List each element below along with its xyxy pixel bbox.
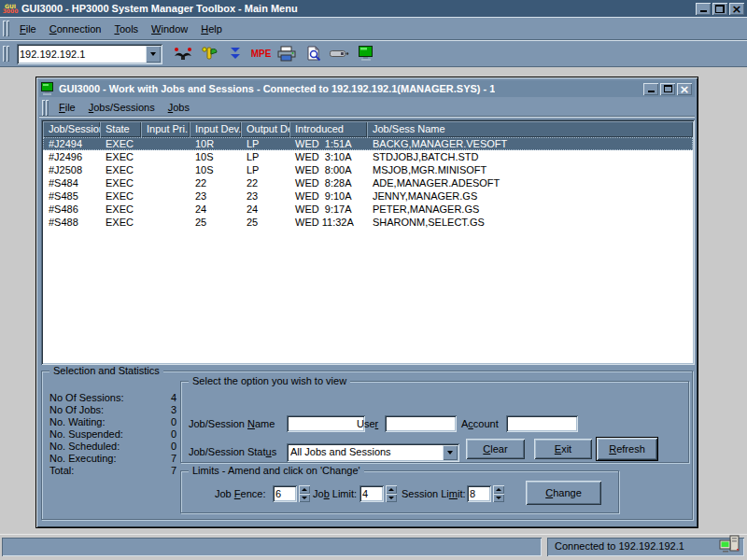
- print-icon[interactable]: [275, 43, 299, 65]
- find-document-icon[interactable]: [302, 43, 325, 65]
- table-cell: WED 9:10A: [289, 189, 367, 203]
- table-cell: JENNY,MANAGER.GS: [367, 189, 693, 203]
- table-row[interactable]: #J2496EXEC10SLPWED 3:10ASTDJOBJ,BATCH.ST…: [43, 150, 693, 163]
- statistic-row: No Of Jobs:3: [49, 404, 176, 416]
- table-row[interactable]: #S485EXEC2323WED 9:10AJENNY,MANAGER.GS: [43, 189, 693, 203]
- address-dropdown-button[interactable]: [146, 46, 161, 63]
- child-close-button[interactable]: ×: [677, 83, 692, 95]
- limits-group-label: Limits - Amend and click on 'Change': [189, 465, 364, 476]
- menubar-grip[interactable]: [7, 21, 9, 36]
- menu-window[interactable]: Window: [145, 21, 194, 37]
- child-menu-jobs[interactable]: Jobs: [162, 99, 196, 116]
- connect-icon[interactable]: [197, 43, 220, 65]
- session-limit-input[interactable]: [467, 485, 491, 502]
- spin-up-button[interactable]: [386, 485, 397, 494]
- account-input[interactable]: [506, 415, 578, 432]
- change-button[interactable]: Change: [526, 481, 601, 505]
- statistics-groupbox: Selection and Statistics No Of Sessions:…: [41, 371, 693, 520]
- restore-button[interactable]: [712, 3, 727, 15]
- child-menubar-grip[interactable]: [42, 100, 45, 116]
- modem-icon[interactable]: [328, 43, 351, 65]
- statistic-label: Total:: [49, 465, 160, 477]
- clear-button[interactable]: Clear: [466, 439, 525, 459]
- address-input[interactable]: [20, 47, 145, 62]
- spin-down-icon: [302, 497, 307, 499]
- table-cell: 10R: [190, 137, 241, 150]
- minimize-button[interactable]: [696, 3, 711, 15]
- table-cell: [141, 137, 190, 150]
- address-combobox[interactable]: [17, 44, 162, 64]
- console-icon[interactable]: [354, 43, 377, 65]
- column-header-job-sess-name[interactable]: Job/Sess Name: [367, 121, 693, 137]
- menu-file[interactable]: File: [13, 21, 43, 37]
- menu-tools[interactable]: Tools: [107, 21, 145, 37]
- column-header-job-session[interactable]: Job/Session: [43, 121, 100, 137]
- child-maximize-button[interactable]: [660, 83, 675, 95]
- job-limit-input[interactable]: [359, 485, 384, 502]
- child-minimize-button[interactable]: [643, 83, 658, 95]
- jobs-sessions-table[interactable]: Job/SessionStateInput Pri.Input Dev.Outp…: [41, 119, 695, 365]
- menu-help[interactable]: Help: [194, 21, 229, 37]
- table-cell: EXEC: [100, 203, 141, 216]
- statistic-label: No. Executing:: [49, 453, 160, 465]
- statistics-list: No Of Sessions:4No Of Jobs:3No. Waiting:…: [49, 392, 176, 477]
- table-cell: EXEC: [100, 150, 141, 163]
- close-button[interactable]: ×: [729, 3, 744, 15]
- child-menubar-grip[interactable]: [46, 100, 49, 116]
- column-header-input-pri-[interactable]: Input Pri.: [141, 121, 190, 137]
- exit-button[interactable]: Exit: [534, 439, 592, 459]
- job-fence-input[interactable]: [273, 485, 297, 502]
- table-cell: EXEC: [100, 137, 141, 150]
- spin-down-button[interactable]: [299, 494, 310, 502]
- toolbar-grip[interactable]: [3, 46, 6, 62]
- table-cell: MSJOB,MGR.MINISOFT: [367, 163, 693, 176]
- menu-connection[interactable]: Connection: [43, 21, 108, 37]
- column-header-state[interactable]: State: [100, 121, 141, 137]
- child-menu-jobs-sessions[interactable]: Jobs/Sessions: [82, 99, 162, 116]
- statistic-value: 7: [160, 465, 176, 477]
- disconnect-icon[interactable]: [171, 43, 194, 65]
- spin-down-button[interactable]: [386, 494, 397, 502]
- status-dropdown-button[interactable]: [443, 445, 458, 460]
- close-icon: ×: [732, 4, 742, 14]
- statistic-label: No Of Jobs:: [49, 404, 160, 416]
- child-titlebar: GUI3000 - Work with Jobs and Sessions - …: [39, 80, 695, 97]
- status-panel-right: Connected to 192.192.192.1: [547, 538, 744, 556]
- statistic-label: No. Waiting:: [49, 416, 160, 428]
- download-icon[interactable]: [223, 43, 247, 65]
- spin-up-button[interactable]: [299, 485, 310, 494]
- job-limit-spinner: [386, 485, 397, 502]
- table-row[interactable]: #S488EXEC2525WED 11:32ASHARONM,SELECT.GS: [43, 216, 693, 229]
- table-cell: WED 1:51A: [289, 137, 367, 150]
- column-header-output-dev-[interactable]: Output Dev.: [241, 121, 289, 137]
- spin-down-icon: [388, 497, 394, 499]
- user-input[interactable]: [385, 415, 457, 432]
- column-header-input-dev-[interactable]: Input Dev.: [190, 121, 241, 137]
- table-row[interactable]: #S486EXEC2424WED 9:17APETER,MANAGER.GS: [43, 203, 693, 216]
- table-cell: LP: [241, 137, 289, 150]
- minimize-icon: [648, 91, 655, 92]
- table-row[interactable]: #J2494EXEC10RLPWED 1:51ABACKG,MANAGER.VE…: [43, 137, 693, 150]
- job-limit-label: Job Limit:: [313, 485, 357, 502]
- table-cell: 22: [241, 176, 289, 189]
- table-cell: WED 3:10A: [289, 150, 367, 163]
- status-combobox[interactable]: All Jobs and Sessions: [287, 443, 459, 462]
- child-menu-items: FileJobs/SessionsJobs: [52, 99, 196, 116]
- table-cell: [141, 150, 190, 163]
- table-cell: EXEC: [100, 176, 141, 189]
- status-bar: Connected to 192.192.192.1: [0, 534, 747, 558]
- spin-down-button[interactable]: [493, 494, 504, 502]
- table-cell: 25: [190, 216, 241, 229]
- child-menu-file[interactable]: File: [52, 99, 82, 116]
- main-titlebar: GUI 3000 GUI3000 - HP3000 System Manager…: [0, 0, 747, 17]
- table-row[interactable]: #S484EXEC2222WED 8:28AADE,MANAGER.ADESOF…: [43, 176, 693, 189]
- job-session-name-input[interactable]: [287, 415, 365, 432]
- toolbar-grip[interactable]: [7, 46, 9, 62]
- mpe-icon[interactable]: MPE: [249, 43, 273, 65]
- spin-up-button[interactable]: [493, 485, 504, 494]
- table-row[interactable]: #J2508EXEC10SLPWED 8:00AMSJOB,MGR.MINISO…: [43, 163, 693, 176]
- statistic-value: 0: [160, 441, 176, 453]
- column-header-introduced[interactable]: Introduced: [289, 121, 367, 137]
- refresh-button[interactable]: Refresh: [597, 438, 657, 460]
- menubar-grip[interactable]: [3, 21, 6, 36]
